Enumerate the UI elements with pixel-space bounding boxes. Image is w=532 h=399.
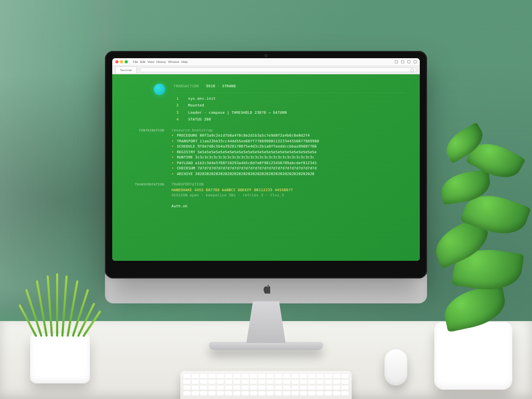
- status-icon: [401, 60, 404, 63]
- terminal-line: sys.env.init: [188, 96, 216, 102]
- webcam-dot: [264, 54, 268, 57]
- window-light: [0, 0, 114, 312]
- terminal-line: ARCHIVE 20202020202020202020202020202020…: [171, 171, 319, 177]
- terminal-line: PROCEDURE 00f3a9c2e1d7b6a4f0c8e2d1b3a5c7…: [171, 133, 319, 139]
- menu-item[interactable]: Help: [181, 60, 188, 63]
- line-number: 1: [174, 96, 179, 102]
- plant-pot-left: [30, 334, 90, 383]
- terminal-line: REGISTRY 5e5e5e5e5e5e5e5e5e5e5e5e5e5e5e5…: [171, 150, 319, 155]
- menu-item[interactable]: File: [133, 60, 138, 63]
- section-label: TRANSPORTATION: [127, 182, 164, 198]
- line-number: 2: [174, 103, 179, 109]
- monitor-bezel: File Edit View History Window Help Termi…: [105, 51, 427, 278]
- os-menubar: File Edit View History Window Help: [112, 58, 420, 66]
- menu-item[interactable]: View: [148, 60, 154, 63]
- terminal-footer: Auth.ok: [171, 204, 188, 209]
- status-icon: [414, 60, 417, 63]
- terminal-line: Loader · compose | THRESHOLD 23870 → SAT…: [188, 110, 287, 116]
- terminal-line: STATUS 200: [188, 117, 211, 123]
- terminal-line: Mounted: [188, 103, 204, 109]
- monitor-stand-neck: [244, 301, 288, 343]
- menu-item[interactable]: Edit: [140, 60, 145, 63]
- terminal-header-label: TRANSACTION: [174, 84, 199, 89]
- menubar-status-icons: [395, 60, 417, 63]
- terminal-header-value: 9810 · STRAND: [206, 84, 236, 89]
- line-number: 4: [174, 117, 179, 123]
- accent-badge-icon: [154, 84, 165, 95]
- monitor-chin: [105, 274, 427, 303]
- menu-item[interactable]: Window: [168, 60, 179, 63]
- menu-item[interactable]: History: [156, 60, 166, 63]
- section-label: CONTRIBUTION: [127, 128, 164, 177]
- terminal-line: RUNTIME 3c3c3c3c3c3c3c3c3c3c3c3c3c3c3c3c…: [171, 155, 319, 161]
- plant-pot-right: [434, 322, 512, 390]
- terminal-line: PAYLOAD a1b2c3d4e5f60718293a4b5c6d7e8f90…: [171, 161, 319, 166]
- zoom-icon[interactable]: [125, 60, 128, 63]
- terminal-line: resource.bootstrap: [171, 128, 319, 134]
- terminal-page: TRANSACTION 9810 · STRAND 1sys.env.init …: [112, 74, 420, 261]
- terminal-line: TRANSPORT 11aa22bb33cc44dd55ee66ff778899…: [171, 139, 319, 144]
- browser-tab[interactable]: Terminal: [115, 66, 137, 73]
- status-icon: [395, 60, 398, 63]
- address-bar[interactable]: [140, 68, 417, 72]
- minimize-icon[interactable]: [120, 60, 123, 63]
- browser-tabbar: Terminal: [112, 66, 420, 74]
- screen: File Edit View History Window Help Termi…: [112, 58, 420, 261]
- monitor-stand-foot: [209, 342, 323, 350]
- imac-monitor: File Edit View History Window Help Termi…: [105, 51, 427, 350]
- traffic-lights: [115, 60, 128, 63]
- mouse: [384, 349, 407, 385]
- terminal-line: TRANSPORTATION: [171, 182, 293, 188]
- keyboard: [180, 371, 352, 399]
- line-number: 3: [174, 110, 179, 116]
- status-icon: [407, 60, 410, 63]
- terminal-line: SESSION open · keepalive 30s · retries 3…: [171, 193, 293, 198]
- terminal-line: CHECKSUM 7d7d7d7d7d7d7d7d7d7d7d7d7d7d7d7…: [171, 166, 319, 171]
- close-icon[interactable]: [115, 60, 118, 63]
- apple-logo-icon: [261, 283, 271, 295]
- terminal-line: SCHEDULE 9f8e7d6c5b4a39281706f5e4d3c2b1a…: [171, 144, 319, 150]
- terminal-line: HANDSHAKE 4455 667788 AABBCC DDEEFF 0011…: [171, 188, 293, 193]
